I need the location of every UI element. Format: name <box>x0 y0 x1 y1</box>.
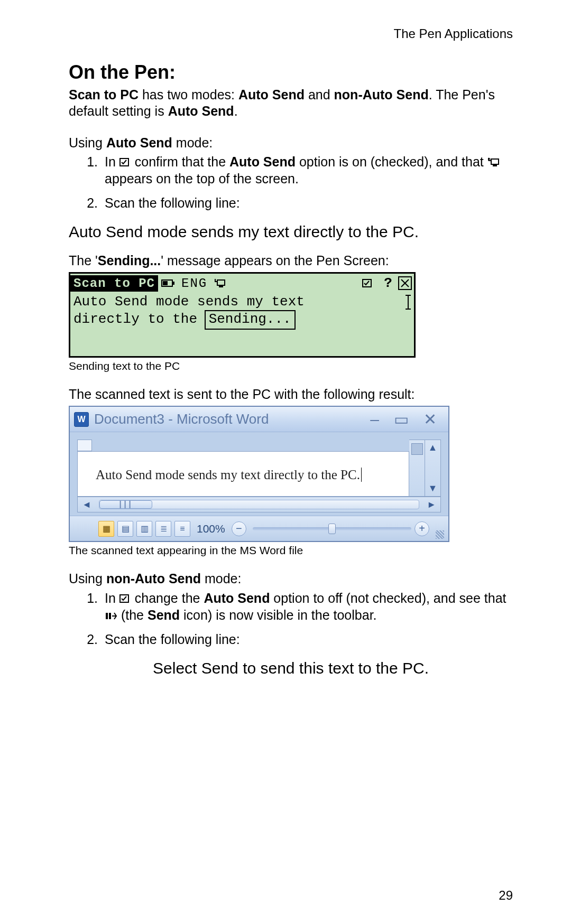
document-text: Auto Send mode sends my text directly to… <box>96 468 360 482</box>
text: appears on the top of the screen. <box>105 171 299 186</box>
text: non-Auto Send <box>334 87 429 102</box>
scroll-left-icon[interactable]: ◄ <box>78 499 96 510</box>
view-web-button[interactable]: ▥ <box>136 521 152 537</box>
svg-rect-2 <box>493 165 497 166</box>
text: non-Auto Send <box>106 571 201 586</box>
pen-language: ENG <box>181 276 207 291</box>
intro-paragraph: Scan to PC has two modes: Auto Send and … <box>69 87 513 120</box>
window-title: Document3 - Microsoft Word <box>94 411 363 427</box>
zoom-slider[interactable] <box>253 527 411 530</box>
close-button[interactable]: ✕ <box>416 410 444 428</box>
text: confirm that the <box>131 154 229 169</box>
text: Auto Send <box>168 104 234 118</box>
svg-rect-7 <box>219 286 223 287</box>
word-window-figure: W Document3 - Microsoft Word – ▭ ✕ Auto … <box>69 406 449 542</box>
scroll-down-icon[interactable]: ▼ <box>428 483 438 494</box>
pen-toolbar: Scan to PC ENG ? <box>70 274 414 293</box>
settings-check-icon <box>119 593 131 604</box>
svg-rect-11 <box>109 613 111 619</box>
zoom-out-button[interactable]: − <box>232 521 246 536</box>
text: The ' <box>69 253 98 268</box>
battery-icon <box>160 277 176 289</box>
text: In <box>105 154 119 169</box>
text: change the <box>131 591 204 605</box>
close-icon <box>398 276 412 290</box>
text: In <box>105 591 119 605</box>
nonauto-heading: Using non-Auto Send mode: <box>69 571 513 587</box>
zoom-level: 100% <box>197 522 225 535</box>
scroll-right-icon[interactable]: ► <box>422 499 440 510</box>
text: mode: <box>172 135 213 150</box>
text: has two modes: <box>139 87 238 102</box>
view-reading-button[interactable]: ▤ <box>117 521 133 537</box>
page-header: The Pen Applications <box>69 26 513 41</box>
text: Auto Send <box>204 591 270 605</box>
options-icon[interactable] <box>411 443 423 455</box>
horizontal-scrollbar[interactable]: ◄ ┃┃┃ ► <box>77 497 441 512</box>
maximize-button[interactable]: ▭ <box>386 410 416 428</box>
text: . <box>234 104 238 118</box>
view-print-layout-button[interactable]: ▦ <box>98 521 114 537</box>
text: mode: <box>201 571 241 586</box>
scroll-track[interactable]: ┃┃┃ <box>99 500 419 509</box>
pen-app-label: Scan to PC <box>70 275 158 292</box>
scroll-thumb[interactable]: ┃┃┃ <box>99 500 152 509</box>
page-number: 29 <box>499 888 513 903</box>
view-draft-button[interactable]: ≡ <box>174 521 190 537</box>
nonauto-step-1: In change the Auto Send option to off (n… <box>102 590 513 623</box>
text: Using <box>69 135 106 150</box>
pen-line1: Auto Send mode sends my text <box>73 294 305 310</box>
svg-rect-4 <box>173 282 174 285</box>
text: (the <box>117 608 148 622</box>
auto-heading: Using Auto Send mode: <box>69 135 513 151</box>
auto-scanline: Auto Send mode sends my text directly to… <box>69 223 513 241</box>
auto-step-2: Scan the following line: <box>102 194 513 211</box>
text: Sending... <box>98 253 161 268</box>
nonauto-scanline: Select Send to send this text to the PC. <box>69 659 513 677</box>
pen-line2: directly to the <box>73 311 197 327</box>
side-tool-pane <box>409 440 425 497</box>
zoom-in-button[interactable]: + <box>415 521 429 536</box>
scroll-up-icon[interactable]: ▲ <box>428 442 438 453</box>
svg-rect-10 <box>106 613 108 619</box>
nonauto-step-2: Scan the following line: <box>102 631 513 648</box>
zoom-slider-knob[interactable] <box>328 524 336 534</box>
autosend-monitor-icon <box>213 277 228 289</box>
text: Auto Send <box>238 87 305 102</box>
pen-screen-figure: Scan to PC ENG ? Auto Send mode sends my… <box>69 272 416 358</box>
section-title: On the Pen: <box>69 61 513 83</box>
svg-rect-5 <box>163 281 168 285</box>
svg-rect-6 <box>217 280 225 285</box>
text: Send <box>148 608 180 622</box>
settings-check-icon <box>360 277 376 289</box>
help-icon: ? <box>380 277 396 289</box>
text: Using <box>69 571 106 586</box>
sending-msg-text: The 'Sending...' message appears on the … <box>69 253 513 269</box>
text: ' message appears on the Pen Screen: <box>161 253 389 268</box>
text: Auto Send <box>106 135 172 150</box>
sending-popup: Sending... <box>205 310 296 330</box>
document-area[interactable]: Auto Send mode sends my text directly to… <box>77 451 409 497</box>
auto-steps: In confirm that the Auto Send option is … <box>69 153 513 211</box>
view-outline-button[interactable]: ≣ <box>155 521 171 537</box>
text-cursor <box>408 295 409 310</box>
vertical-scrollbar[interactable]: ▲ ▼ <box>425 440 441 497</box>
minimize-button[interactable]: – <box>363 410 386 428</box>
text: icon) is now visible in the toolbar. <box>180 608 376 622</box>
nonauto-steps: In change the Auto Send option to off (n… <box>69 590 513 648</box>
title-bar: W Document3 - Microsoft Word – ▭ ✕ <box>70 407 448 432</box>
settings-check-icon <box>119 157 131 167</box>
text: Auto Send <box>229 154 296 169</box>
text: and <box>305 87 334 102</box>
send-icon <box>105 611 117 621</box>
resize-grip[interactable] <box>436 530 444 539</box>
result-intro: The scanned text is sent to the PC with … <box>69 386 513 403</box>
text: option is on (checked), and that <box>296 154 487 169</box>
word-app-icon: W <box>74 412 89 427</box>
text: Scan to PC <box>69 87 139 102</box>
status-bar: ▦ ▤ ▥ ≣ ≡ 100% − + <box>70 516 448 541</box>
word-caption: The scanned text appearing in the MS Wor… <box>69 544 513 557</box>
pen-text-area: Auto Send mode sends my text directly to… <box>70 293 414 356</box>
text: option to off (not checked), and see tha… <box>270 591 506 605</box>
autosend-monitor-icon <box>487 157 501 167</box>
